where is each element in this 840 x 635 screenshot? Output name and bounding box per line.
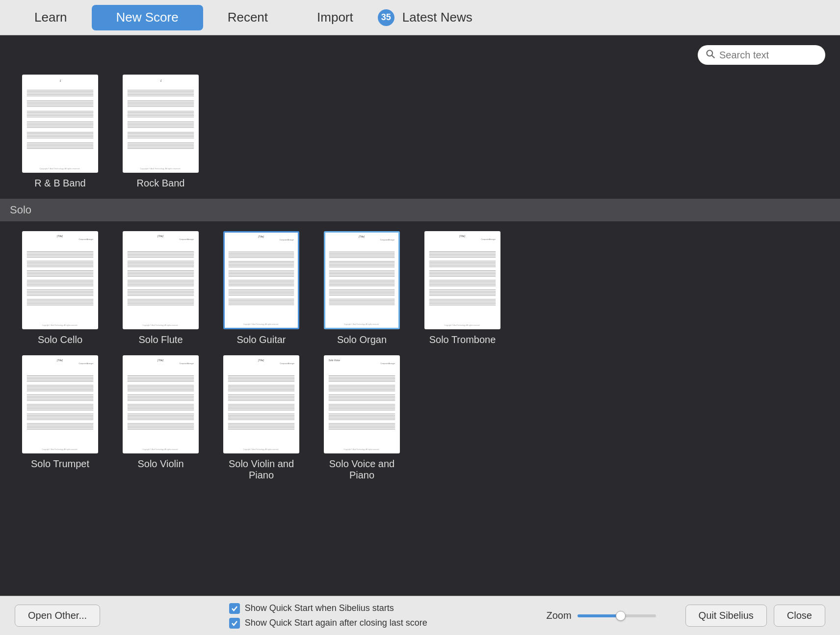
- checkbox-2-label: Show Quick Start again after closing las…: [245, 618, 427, 628]
- template-solo-trombone[interactable]: [Title] Composer/Arranger Copyright © Av…: [417, 231, 508, 345]
- svg-text:[Title]: [Title]: [157, 235, 163, 238]
- checkbox-1-icon[interactable]: [229, 603, 240, 614]
- solo-trombone-thumb: [Title] Composer/Arranger Copyright © Av…: [424, 231, 500, 329]
- svg-text:Copyright © Avid Technology. A: Copyright © Avid Technology. All rights …: [143, 324, 179, 326]
- solo-violin-thumb: [Title] Composer/Arranger Copyright © Av…: [123, 355, 199, 453]
- svg-text:[Title]: [Title]: [358, 236, 365, 238]
- svg-text:Copyright © Avid Technology. A: Copyright © Avid Technology. All rights …: [243, 323, 279, 325]
- zoom-label: Zoom: [546, 610, 571, 621]
- quit-sibelius-button[interactable]: Quit Sibelius: [685, 605, 767, 627]
- svg-text:[Title]: [Title]: [258, 236, 264, 238]
- template-solo-flute[interactable]: [Title] Composer/Arranger Copyright © Av…: [115, 231, 206, 345]
- svg-text:Copyright © Avid Technology. A: Copyright © Avid Technology. All rights …: [344, 323, 379, 325]
- solo-organ-thumb: [Title] Composer/Arranger Copyright © Av…: [324, 231, 400, 329]
- svg-text:Composer/Arranger: Composer/Arranger: [280, 363, 295, 365]
- checkbox-1-label: Show Quick Start when Sibelius starts: [245, 603, 394, 613]
- svg-text:Copyright © Avid Technology. A: Copyright © Avid Technology. All rights …: [140, 167, 181, 170]
- svg-text:Copyright © Avid Technology. A: Copyright © Avid Technology. All rights …: [42, 324, 78, 326]
- top-templates-row: 𝅘𝅙𝅚: [15, 45, 825, 199]
- template-rb-band[interactable]: 𝅘𝅙𝅚: [15, 75, 105, 189]
- svg-text:Composer/Arranger: Composer/Arranger: [380, 363, 395, 365]
- rock-band-label: Rock Band: [137, 178, 185, 189]
- template-solo-guitar[interactable]: [Title] Composer/Arranger Copyright © Av…: [216, 231, 307, 345]
- svg-text:Solo Voice: Solo Voice: [329, 359, 340, 362]
- solo-violin-piano-thumb: [Title] Composer/Arranger Copyright © Av…: [223, 355, 299, 453]
- tab-bar: Learn New Score Recent Import 35 Latest …: [0, 0, 840, 35]
- svg-text:Copyright © Avid Technology. A: Copyright © Avid Technology. All rights …: [344, 449, 380, 450]
- svg-text:Copyright © Avid Technology. A: Copyright © Avid Technology. All rights …: [243, 449, 279, 450]
- rb-band-thumb: 𝅘𝅙𝅚: [22, 75, 98, 173]
- svg-text:[Title]: [Title]: [56, 235, 63, 238]
- svg-text:Composer/Arranger: Composer/Arranger: [280, 239, 294, 241]
- close-button[interactable]: Close: [774, 605, 825, 627]
- solo-violin-piano-label: Solo Violin and Piano: [216, 458, 307, 481]
- open-other-button[interactable]: Open Other...: [15, 605, 100, 627]
- svg-text:[Title]: [Title]: [157, 359, 163, 362]
- template-solo-trumpet[interactable]: [Title] Composer/Arranger Copyright © Av…: [15, 355, 105, 481]
- search-icon: [706, 49, 715, 61]
- tab-new-score[interactable]: New Score: [92, 5, 203, 30]
- svg-text:Copyright © Avid Technology. A: Copyright © Avid Technology. All rights …: [42, 449, 78, 450]
- rock-band-thumb: 𝅘𝅙𝅚: [123, 75, 199, 173]
- checkbox-2-icon[interactable]: [229, 618, 240, 629]
- svg-text:[Title]: [Title]: [258, 359, 264, 362]
- main-content: 𝅘𝅙𝅚: [0, 35, 840, 596]
- footer: Open Other... Show Quick Start when Sibe…: [0, 596, 840, 635]
- footer-action-buttons: Quit Sibelius Close: [685, 605, 825, 627]
- solo-cello-thumb: [Title] Composer/Arranger: [22, 231, 98, 329]
- solo-violin-label: Solo Violin: [137, 458, 184, 470]
- tab-latest-news-wrapper[interactable]: 35 Latest News: [378, 9, 472, 26]
- solo-cello-label: Solo Cello: [38, 334, 82, 345]
- solo-trumpet-label: Solo Trumpet: [31, 458, 89, 470]
- solo-section-label: Solo: [10, 204, 31, 216]
- svg-text:Copyright © Avid Technology. A: Copyright © Avid Technology. All rights …: [445, 324, 480, 326]
- rb-band-label: R & B Band: [34, 178, 86, 189]
- search-input[interactable]: [719, 50, 817, 61]
- solo-voice-piano-thumb: Solo Voice Composer/Arranger Copyright ©…: [324, 355, 400, 453]
- solo-row-1: [Title] Composer/Arranger: [15, 221, 825, 355]
- checkbox-row-2[interactable]: Show Quick Start again after closing las…: [229, 618, 427, 629]
- svg-text:[Title]: [Title]: [56, 359, 63, 362]
- solo-voice-piano-label: Solo Voice and Piano: [316, 458, 407, 481]
- svg-point-0: [707, 51, 713, 56]
- svg-text:Copyright © Avid Technology. A: Copyright © Avid Technology. All rights …: [143, 449, 179, 450]
- search-bar: [698, 45, 825, 65]
- checkbox-row-1[interactable]: Show Quick Start when Sibelius starts: [229, 603, 427, 614]
- svg-text:Composer/Arranger: Composer/Arranger: [179, 363, 194, 365]
- template-solo-cello[interactable]: [Title] Composer/Arranger: [15, 231, 105, 345]
- svg-text:Copyright © Avid Technology. A: Copyright © Avid Technology. All rights …: [39, 167, 80, 170]
- tab-import[interactable]: Import: [292, 5, 378, 30]
- svg-line-1: [712, 55, 714, 58]
- svg-text:Composer/Arranger: Composer/Arranger: [481, 238, 496, 240]
- template-solo-violin[interactable]: [Title] Composer/Arranger Copyright © Av…: [115, 355, 206, 481]
- solo-trombone-label: Solo Trombone: [429, 334, 496, 345]
- template-solo-violin-piano[interactable]: [Title] Composer/Arranger Copyright © Av…: [216, 355, 307, 481]
- solo-trumpet-thumb: [Title] Composer/Arranger Copyright © Av…: [22, 355, 98, 453]
- tab-recent[interactable]: Recent: [203, 5, 292, 30]
- zoom-slider-thumb[interactable]: [616, 611, 626, 621]
- zoom-section: Zoom: [546, 610, 656, 621]
- tab-learn[interactable]: Learn: [10, 5, 92, 30]
- solo-guitar-label: Solo Guitar: [236, 334, 286, 345]
- templates-area: 𝅘𝅙𝅚: [0, 35, 840, 501]
- template-rock-band[interactable]: 𝅘𝅙𝅚: [115, 75, 206, 189]
- zoom-slider[interactable]: [578, 614, 656, 617]
- svg-text:Composer/Arranger: Composer/Arranger: [79, 238, 94, 240]
- solo-row-2: [Title] Composer/Arranger Copyright © Av…: [15, 355, 825, 491]
- solo-organ-label: Solo Organ: [337, 334, 387, 345]
- news-badge: 35: [378, 9, 394, 26]
- svg-text:Composer/Arranger: Composer/Arranger: [179, 238, 194, 240]
- template-solo-organ[interactable]: [Title] Composer/Arranger Copyright © Av…: [316, 231, 407, 345]
- tab-latest-news-label: Latest News: [402, 10, 472, 25]
- template-solo-voice-piano[interactable]: Solo Voice Composer/Arranger Copyright ©…: [316, 355, 407, 481]
- solo-section-divider: Solo: [0, 199, 840, 221]
- solo-guitar-thumb: [Title] Composer/Arranger Copyright © Av…: [223, 231, 299, 329]
- solo-flute-label: Solo Flute: [138, 334, 183, 345]
- svg-text:[Title]: [Title]: [459, 235, 465, 238]
- solo-flute-thumb: [Title] Composer/Arranger Copyright © Av…: [123, 231, 199, 329]
- svg-text:Composer/Arranger: Composer/Arranger: [79, 363, 94, 365]
- footer-checkboxes: Show Quick Start when Sibelius starts Sh…: [229, 603, 427, 629]
- search-container: [698, 45, 825, 65]
- svg-text:Composer/Arranger: Composer/Arranger: [380, 239, 395, 241]
